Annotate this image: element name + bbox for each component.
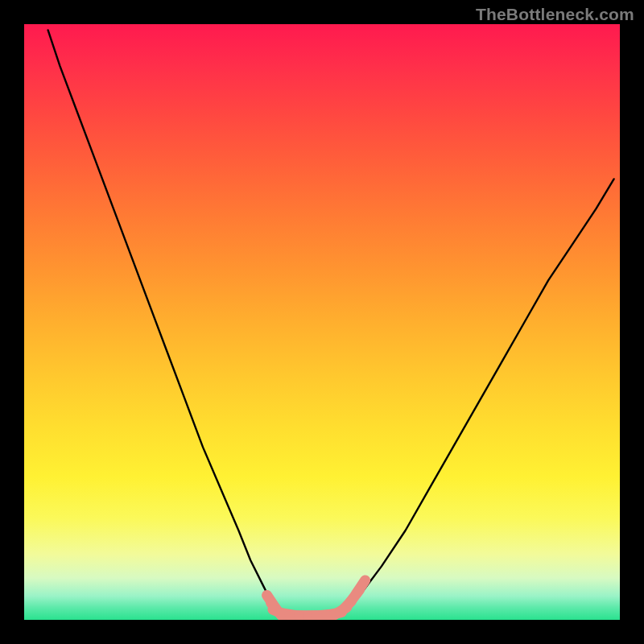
watermark-text: TheBottleneck.com: [476, 5, 634, 24]
curve-group: [48, 30, 614, 615]
bottleneck-curve: [48, 30, 614, 615]
plot-area: [24, 24, 620, 620]
marker-group: [267, 580, 365, 617]
chart-svg: [24, 24, 620, 620]
chart-frame: TheBottleneck.com: [0, 0, 644, 644]
trough-marker: [357, 580, 365, 594]
